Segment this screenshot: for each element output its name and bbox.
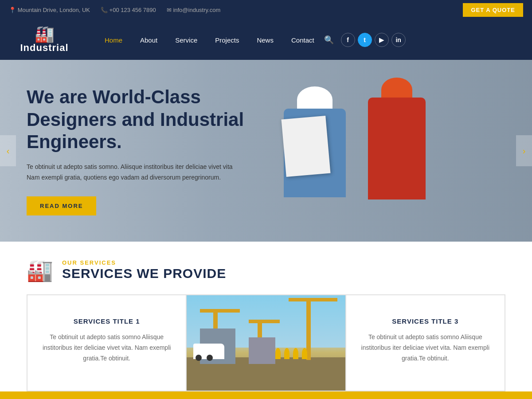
top-bar-contact: 📍 Mountain Drive, London, UK 📞 +00 123 4… — [9, 7, 220, 13]
nav-right: 🔍 f t ▶ in — [321, 32, 406, 47]
nav-link-contact[interactable]: Contact — [284, 32, 321, 48]
hero-content: We are World-Class Designers and Industr… — [0, 60, 310, 242]
top-bar: 📍 Mountain Drive, London, UK 📞 +00 123 4… — [0, 0, 532, 20]
youtube-icon[interactable]: ▶ — [375, 33, 389, 47]
services-header: 🏭 OUR SERVICES SERVICES WE PROVIDE — [27, 259, 505, 281]
crane-3 — [306, 298, 311, 360]
nav-item-service[interactable]: Service — [168, 32, 204, 48]
service-title-1: SERVICES TITLE 1 — [41, 317, 172, 325]
nav-links: Home About Service Projects News Contact — [98, 32, 321, 48]
construction-worker-1 — [275, 348, 281, 359]
facebook-icon[interactable]: f — [341, 33, 355, 47]
body-2 — [368, 98, 426, 200]
worker-2 — [355, 78, 443, 237]
nav-item-about[interactable]: About — [133, 32, 164, 48]
nav-item-contact[interactable]: Contact — [284, 32, 321, 48]
linkedin-icon[interactable]: in — [391, 33, 406, 47]
service-title-3: SERVICES TITLE 3 — [360, 317, 491, 325]
main-header: 🏭 Industrial Home About Service Projects… — [0, 20, 532, 60]
phone-info: 📞 +00 123 456 7890 — [101, 7, 156, 13]
services-cards: SERVICES TITLE 1 Te obtinuit ut adepto s… — [27, 294, 505, 391]
address-info: 📍 Mountain Drive, London, UK — [9, 7, 90, 13]
construction-worker-3 — [293, 348, 298, 359]
hero-description: Te obtinuit ut adepto satis somno. Aliis… — [27, 162, 239, 183]
services-subtitle: OUR SERVICES — [62, 259, 226, 266]
crane-1-arm — [200, 309, 240, 313]
hero-title: We are World-Class Designers and Industr… — [27, 86, 284, 153]
search-button[interactable]: 🔍 — [321, 32, 336, 47]
email-info: ✉ info@industry.com — [167, 7, 221, 13]
construction-image — [187, 295, 345, 391]
service-desc-3: Te obtinuit ut adepto satis somno Aliisq… — [360, 332, 491, 364]
logo-icon: 🏭 — [35, 26, 55, 42]
nav-link-news[interactable]: News — [250, 32, 281, 48]
nav-link-projects[interactable]: Projects — [208, 32, 246, 48]
services-icon: 🏭 — [27, 260, 53, 281]
service-desc-1: Te obtinuit ut adepto satis somno Aliisq… — [41, 332, 172, 364]
nav-link-home[interactable]: Home — [98, 32, 129, 48]
crane-2-arm — [249, 320, 280, 323]
nav-link-service[interactable]: Service — [168, 32, 204, 48]
hero-section: We are World-Class Designers and Industr… — [0, 60, 532, 242]
footer: © Copyright 2019 Industrial WordPress Th… — [0, 391, 532, 399]
crane-3-arm — [289, 298, 337, 301]
get-quote-button[interactable]: GET A QUOTE — [463, 3, 523, 17]
hero-next-button[interactable]: › — [516, 135, 532, 166]
service-card-2 — [186, 295, 345, 391]
services-section: 🏭 OUR SERVICES SERVICES WE PROVIDE SERVI… — [0, 242, 532, 391]
social-icons: f t ▶ in — [341, 33, 406, 47]
building-2 — [249, 337, 275, 364]
construction-worker-4 — [302, 348, 307, 359]
service-card-1: SERVICES TITLE 1 Te obtinuit ut adepto s… — [27, 295, 186, 391]
logo-area: 🏭 Industrial — [9, 26, 80, 54]
services-main-title: SERVICES WE PROVIDE — [62, 266, 226, 281]
nav-link-about[interactable]: About — [133, 32, 164, 48]
nav-item-projects[interactable]: Projects — [208, 32, 246, 48]
twitter-icon[interactable]: t — [358, 33, 372, 47]
main-nav: Home About Service Projects News Contact — [98, 32, 321, 48]
logo-text: Industrial — [20, 42, 68, 54]
read-more-button[interactable]: READ MORE — [27, 196, 96, 215]
construction-worker-2 — [284, 348, 289, 359]
services-title-block: OUR SERVICES SERVICES WE PROVIDE — [62, 259, 226, 281]
service-card-3: SERVICES TITLE 3 Te obtinuit ut adepto s… — [346, 295, 505, 391]
nav-item-news[interactable]: News — [250, 32, 281, 48]
nav-item-home[interactable]: Home — [98, 32, 129, 48]
